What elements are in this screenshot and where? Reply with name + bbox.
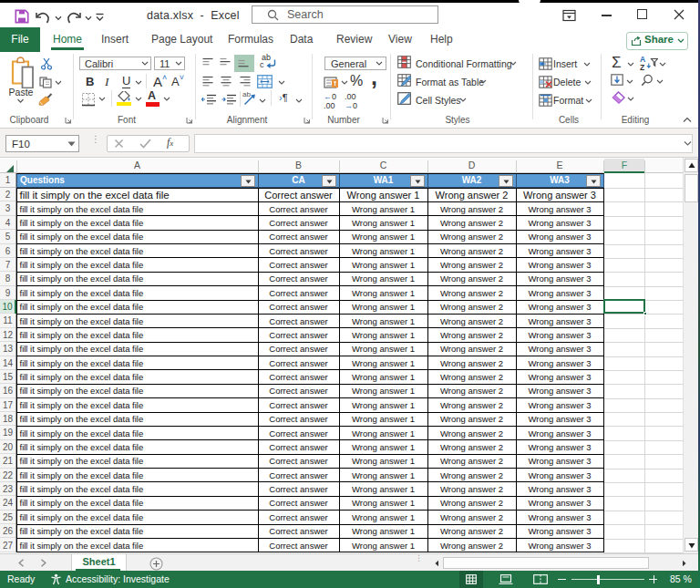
svg-text:Z: Z [640,63,644,71]
